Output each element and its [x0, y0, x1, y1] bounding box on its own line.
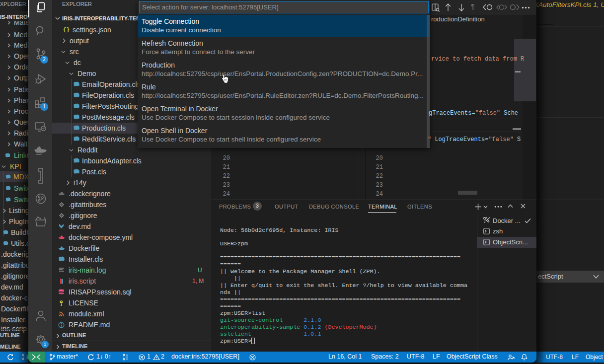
svg-text:{}: {}	[63, 27, 70, 32]
